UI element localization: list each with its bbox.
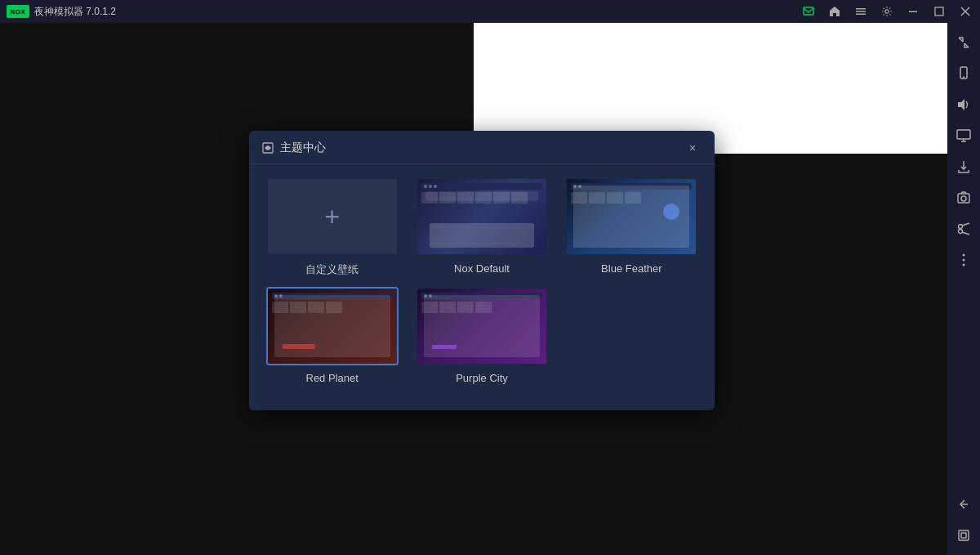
svg-point-24 (963, 259, 965, 262)
theme-thumbnail-red-planet (266, 287, 399, 365)
display-sidebar-btn[interactable] (949, 121, 978, 150)
mini-icon-2 (439, 192, 456, 204)
rp-accent (283, 344, 315, 349)
svg-line-22 (962, 232, 969, 235)
close-button[interactable] (954, 0, 977, 23)
theme-label-purple-city: Purple City (456, 372, 508, 384)
svg-point-25 (963, 264, 965, 266)
theme-item-nox-default[interactable]: Nox Default (412, 177, 551, 277)
mini-icon-5 (493, 192, 510, 204)
title-bar: NOX 夜神模拟器 7.0.1.2 (0, 0, 980, 23)
theme-label-red-planet: Red Planet (306, 372, 359, 384)
svg-point-4 (885, 10, 889, 13)
nox-logo-text: NOX (11, 8, 26, 16)
home-titlebar-icon[interactable] (823, 0, 846, 23)
svg-point-18 (961, 196, 966, 201)
svg-rect-6 (935, 7, 943, 16)
thumb-blue-feather-bg (567, 179, 696, 254)
dialog-header: 主题中心 × (249, 131, 715, 164)
thumb-purple-city-bg (417, 289, 546, 364)
svg-rect-27 (961, 533, 966, 538)
dialog-close-button[interactable]: × (684, 139, 702, 157)
more-sidebar-btn[interactable] (949, 245, 978, 275)
screenshot-sidebar-btn[interactable] (949, 183, 978, 213)
home-sidebar-btn[interactable] (949, 521, 978, 550)
title-bar-left: NOX 夜神模拟器 7.0.1.2 (0, 5, 116, 19)
phone-sidebar-btn[interactable] (949, 59, 978, 88)
import-sidebar-btn[interactable] (949, 152, 978, 181)
theme-grid: + 自定义壁纸 (249, 164, 715, 397)
theme-item-red-planet[interactable]: Red Planet (262, 287, 402, 384)
nox-logo: NOX (7, 5, 29, 18)
mini-icon-1 (421, 192, 438, 204)
mini-dot-3 (434, 185, 437, 188)
mini-bar (421, 183, 542, 190)
settings-titlebar-icon[interactable] (875, 0, 898, 23)
dialog-title-row: 主题中心 (262, 141, 326, 155)
svg-rect-2 (856, 11, 866, 12)
app-title: 夜神模拟器 7.0.1.2 (34, 5, 116, 19)
mini-icons-row (421, 192, 542, 204)
svg-rect-0 (804, 7, 813, 15)
right-sidebar (947, 23, 980, 555)
back-sidebar-btn[interactable] (949, 490, 978, 519)
svg-rect-26 (959, 530, 969, 540)
theme-item-custom[interactable]: + 自定义壁纸 (262, 177, 402, 277)
theme-item-purple-city[interactable]: Purple City (412, 287, 551, 384)
minimize-button[interactable] (902, 0, 924, 23)
svg-marker-13 (958, 99, 964, 110)
mini-icon-6 (511, 192, 528, 204)
svg-rect-3 (856, 14, 866, 16)
theme-label-nox-default: Nox Default (454, 262, 510, 275)
volume-sidebar-btn[interactable] (949, 90, 978, 119)
mini-dialog (430, 223, 534, 248)
theme-thumbnail-blue-feather (565, 177, 697, 256)
thumb-red-planet-bg (268, 289, 397, 364)
theme-thumbnail-nox-default (416, 177, 548, 256)
thumb-custom-bg: + (268, 179, 397, 254)
svg-line-21 (962, 223, 969, 226)
mini-icon-4 (475, 192, 492, 204)
svg-point-20 (959, 230, 963, 234)
theme-icon (262, 142, 274, 154)
theme-thumbnail-purple-city (416, 287, 548, 365)
mini-dot-1 (424, 185, 427, 188)
svg-point-23 (963, 254, 965, 257)
thumb-nox-default-bg (417, 179, 546, 254)
message-icon[interactable] (797, 0, 820, 23)
svg-rect-5 (909, 11, 917, 13)
scissors-sidebar-btn[interactable] (949, 214, 978, 244)
hamburger-icon[interactable] (849, 0, 872, 23)
mini-dot-2 (429, 185, 432, 188)
theme-label-custom: 自定义壁纸 (305, 262, 359, 277)
svg-rect-14 (957, 130, 970, 139)
svg-point-19 (959, 225, 963, 229)
theme-item-blue-feather[interactable]: Blue Feather (562, 177, 702, 277)
plus-icon: + (324, 204, 340, 230)
dialog-title: 主题中心 (280, 141, 326, 155)
theme-thumbnail-custom: + (266, 177, 399, 256)
maximize-button[interactable] (928, 0, 951, 23)
expand-sidebar-btn[interactable] (949, 28, 978, 57)
title-bar-controls (797, 0, 980, 23)
svg-rect-1 (856, 8, 866, 10)
theme-dialog: 主题中心 × + 自定义壁纸 (249, 131, 715, 410)
mini-icon-3 (457, 192, 474, 204)
theme-label-blue-feather: Blue Feather (601, 262, 662, 275)
pc-btn (432, 345, 457, 349)
